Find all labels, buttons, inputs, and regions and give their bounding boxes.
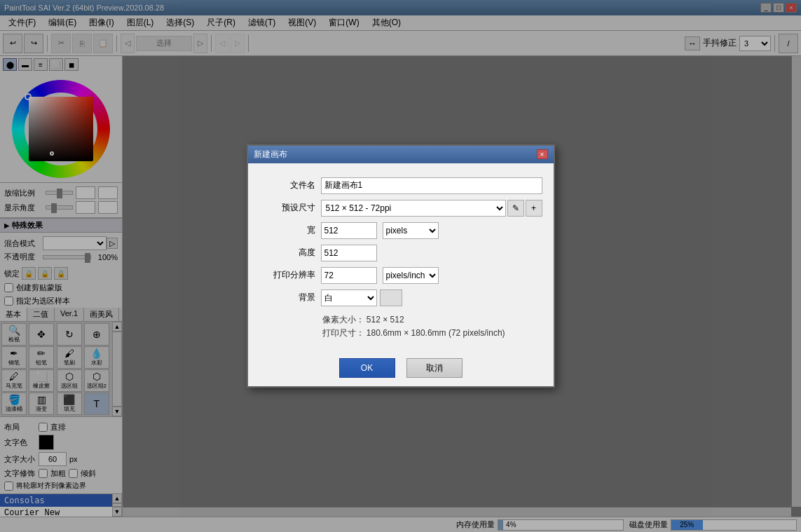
bg-select-wrap: 白	[321, 289, 402, 306]
filename-label: 文件名	[259, 179, 315, 191]
height-label: 高度	[259, 247, 315, 259]
new-canvas-dialog: 新建画布 × 文件名 预设尺寸 512 × 512 - 72ppi ✎ +	[247, 144, 555, 388]
width-label: 宽	[259, 224, 315, 236]
dialog-close-button[interactable]: ×	[537, 149, 548, 159]
dialog-body: 文件名 预设尺寸 512 × 512 - 72ppi ✎ + 宽	[248, 163, 554, 353]
bg-color-preview	[380, 289, 402, 306]
print-size-line: 打印尺寸： 180.6mm × 180.6mm (72 pixels/inch)	[322, 327, 542, 340]
pixel-size-line: 像素大小： 512 × 512	[322, 313, 542, 327]
preset-add-btn[interactable]: +	[526, 200, 542, 217]
filename-input[interactable]	[321, 177, 542, 194]
dialog-info: 像素大小： 512 × 512 打印尺寸： 180.6mm × 180.6mm …	[322, 313, 542, 340]
pixel-size-value: 512 × 512	[367, 315, 404, 325]
bg-select[interactable]: 白	[321, 289, 377, 306]
preset-row: 预设尺寸 512 × 512 - 72ppi ✎ +	[259, 200, 542, 217]
width-row: 宽 pixels	[259, 222, 542, 239]
dpi-row: 打印分辨率 pixels/inch	[259, 267, 542, 284]
dialog-cancel-button[interactable]: 取消	[406, 358, 463, 378]
dialog-overlay: 新建画布 × 文件名 预设尺寸 512 × 512 - 72ppi ✎ +	[0, 0, 801, 532]
dpi-unit-select[interactable]: pixels/inch	[383, 267, 439, 284]
width-input[interactable]	[321, 222, 377, 239]
dialog-ok-button[interactable]: OK	[339, 358, 395, 378]
dialog-title: 新建画布	[254, 149, 287, 161]
print-size-label: 打印尺寸：	[322, 328, 364, 338]
preset-label: 预设尺寸	[259, 202, 315, 214]
filename-row: 文件名	[259, 177, 542, 194]
dialog-titlebar: 新建画布 ×	[248, 146, 554, 163]
height-input[interactable]	[321, 245, 377, 261]
height-row: 高度	[259, 245, 542, 261]
preset-select[interactable]: 512 × 512 - 72ppi	[321, 200, 506, 217]
print-size-value: 180.6mm × 180.6mm (72 pixels/inch)	[367, 328, 505, 338]
preset-edit-btn[interactable]: ✎	[507, 200, 524, 217]
dialog-footer: OK 取消	[248, 353, 554, 386]
pixel-size-label: 像素大小：	[322, 315, 364, 325]
width-unit-select[interactable]: pixels	[383, 222, 439, 239]
preset-select-wrap: 512 × 512 - 72ppi ✎ +	[321, 200, 542, 217]
dpi-label: 打印分辨率	[259, 269, 315, 281]
dpi-input[interactable]	[321, 267, 377, 284]
bg-row: 背景 白	[259, 289, 542, 306]
bg-label: 背景	[259, 292, 315, 303]
